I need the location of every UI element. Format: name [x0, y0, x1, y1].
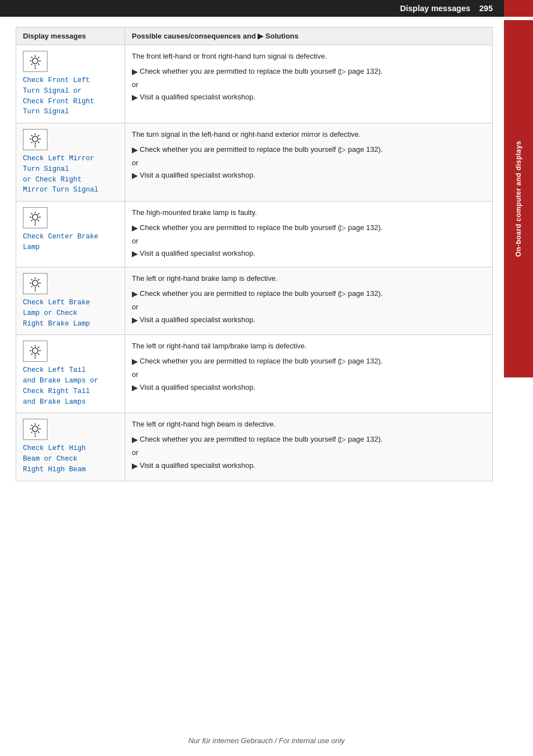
svg-line-16 — [31, 135, 32, 136]
svg-line-51 — [38, 347, 39, 348]
arrow-icon-0-2: ▶ — [132, 92, 137, 104]
cause-text-3: The left or right-hand brake lamp is def… — [132, 273, 486, 285]
table-row-left-3: Check Left BrakeLamp or CheckRight Brake… — [16, 267, 125, 335]
solution-text-4-2: Visit a qualified specialist workshop. — [140, 382, 255, 394]
table-row-right-1: The turn signal in the left-hand or righ… — [125, 123, 493, 202]
table-row-left-0: Check Front LeftTurn Signal or Check Fro… — [16, 45, 125, 123]
arrow-icon-4-2: ▶ — [132, 382, 137, 394]
cause-text-2: The high-mounted brake lamp is faulty. — [132, 207, 486, 219]
solution-text-2-0: Check whether you are permitted to repla… — [140, 222, 383, 234]
bulb-icon-4 — [23, 341, 47, 362]
solution-text-4-0: Check whether you are permitted to repla… — [140, 356, 383, 367]
solution-item-5-0: ▶Check whether you are permitted to repl… — [132, 434, 486, 446]
arrow-icon-2-0: ▶ — [132, 223, 137, 235]
svg-point-0 — [32, 58, 38, 64]
table-row-left-2: Check Center BrakeLamp — [16, 202, 125, 267]
arrow-icon-4-0: ▶ — [132, 356, 137, 368]
bulb-icon-3 — [23, 273, 47, 294]
solution-text-1-2: Visit a qualified specialist workshop. — [140, 170, 255, 181]
svg-point-10 — [35, 69, 35, 69]
table-row-right-3: The left or right-hand brake lamp is def… — [125, 267, 493, 335]
svg-line-60 — [31, 425, 32, 426]
solution-item-1-2: ▶Visit a qualified specialist workshop. — [132, 170, 486, 182]
bulb-svg-icon — [26, 132, 44, 147]
svg-line-50 — [38, 353, 39, 355]
or-text-2-1: or — [132, 236, 486, 247]
display-msg-label-1: Check Left MirrorTurn Signalor Check Rig… — [23, 154, 118, 195]
col-header-solutions: Possible causes/consequences and ▶ Solut… — [125, 27, 493, 45]
svg-line-19 — [31, 142, 32, 143]
display-msg-label-2: Check Center BrakeLamp — [23, 232, 118, 253]
solution-item-4-0: ▶Check whether you are permitted to repl… — [132, 356, 486, 368]
solution-text-0-2: Visit a qualified specialist workshop. — [140, 92, 255, 103]
bulb-svg-icon — [26, 210, 44, 226]
col-header-display-messages: Display messages — [16, 27, 125, 45]
svg-point-55 — [32, 426, 38, 432]
page-number: 295 — [479, 4, 493, 13]
footer-text: Nur für internen Gebrauch / For internal… — [0, 736, 533, 745]
table-row-left-1: Check Left MirrorTurn Signalor Check Rig… — [16, 123, 125, 202]
bulb-icon-5 — [23, 419, 47, 440]
svg-line-5 — [31, 57, 32, 58]
solution-item-2-2: ▶Visit a qualified specialist workshop. — [132, 248, 486, 260]
arrow-icon-1-2: ▶ — [132, 170, 137, 182]
bulb-svg-icon — [26, 343, 44, 359]
cause-text-1: The turn signal in the left-hand or righ… — [132, 129, 486, 141]
svg-line-61 — [38, 432, 39, 433]
svg-line-29 — [38, 213, 39, 214]
bulb-icon-1 — [23, 129, 47, 150]
svg-line-8 — [31, 64, 32, 65]
or-text-0-1: or — [132, 79, 486, 91]
table-row-left-4: Check Left Tailand Brake Lamps orCheck R… — [16, 335, 125, 413]
arrow-icon-1-0: ▶ — [132, 145, 137, 156]
svg-line-52 — [31, 353, 32, 355]
arrow-icon-5-2: ▶ — [132, 461, 137, 472]
bulb-svg-icon — [26, 422, 44, 437]
svg-line-28 — [38, 220, 39, 221]
svg-point-11 — [32, 136, 38, 142]
bulb-icon-0 — [23, 51, 47, 72]
solution-item-0-2: ▶Visit a qualified specialist workshop. — [132, 92, 486, 104]
display-msg-label-4: Check Left Tailand Brake Lamps orCheck R… — [23, 365, 118, 407]
cause-text-4: The left or right-hand tail lamp/brake l… — [132, 341, 486, 352]
table-row-left-5: Check Left HighBeam or CheckRight High B… — [16, 413, 125, 481]
svg-point-43 — [35, 291, 35, 291]
svg-point-65 — [35, 437, 35, 437]
svg-line-18 — [38, 135, 39, 136]
solution-item-2-0: ▶Check whether you are permitted to repl… — [132, 222, 486, 235]
arrow-icon-5-0: ▶ — [132, 434, 137, 446]
side-tab-spacer — [504, 0, 533, 17]
or-text-4-1: or — [132, 369, 486, 381]
bulb-icon-2 — [23, 207, 47, 228]
svg-line-17 — [38, 142, 39, 143]
svg-point-33 — [32, 280, 38, 286]
svg-line-40 — [38, 279, 39, 280]
svg-line-38 — [31, 279, 32, 280]
svg-point-54 — [35, 358, 35, 359]
arrow-icon-0-0: ▶ — [132, 66, 137, 78]
arrow-icon-3-0: ▶ — [132, 289, 137, 300]
svg-point-22 — [32, 214, 38, 220]
table-row-right-2: The high-mounted brake lamp is faulty.▶C… — [125, 202, 493, 267]
page-title: Display messages — [400, 4, 479, 13]
solution-text-3-0: Check whether you are permitted to repla… — [140, 288, 383, 300]
svg-point-32 — [35, 225, 35, 226]
svg-point-44 — [32, 348, 38, 353]
or-text-5-1: or — [132, 447, 486, 459]
table-row-right-0: The front left-hand or front right-hand … — [125, 45, 493, 123]
solution-text-3-2: Visit a qualified specialist workshop. — [140, 314, 255, 326]
solution-text-2-2: Visit a qualified specialist workshop. — [140, 248, 255, 260]
solution-item-1-0: ▶Check whether you are permitted to repl… — [132, 144, 486, 156]
solution-text-5-0: Check whether you are permitted to repla… — [140, 434, 383, 446]
svg-line-49 — [31, 347, 32, 348]
solution-item-3-0: ▶Check whether you are permitted to repl… — [132, 288, 486, 300]
solution-text-5-2: Visit a qualified specialist workshop. — [140, 460, 255, 472]
side-tab: On-board computer and displays — [504, 20, 533, 377]
bulb-svg-icon — [26, 54, 44, 69]
display-msg-label-5: Check Left HighBeam or CheckRight High B… — [23, 443, 118, 475]
svg-line-63 — [31, 432, 32, 433]
svg-line-62 — [38, 425, 39, 426]
svg-line-27 — [31, 213, 32, 214]
svg-line-41 — [31, 286, 32, 287]
svg-line-30 — [31, 220, 32, 221]
